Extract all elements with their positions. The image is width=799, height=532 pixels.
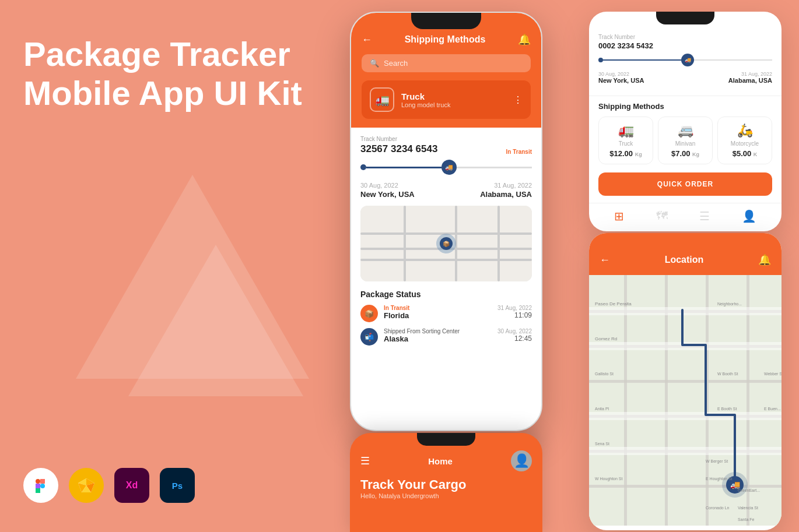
method-motorcycle[interactable]: 🛵 Motorcycle $5.00 K bbox=[717, 117, 772, 164]
svg-text:W Houghton St: W Houghton St bbox=[595, 477, 623, 481]
map-road-v3 bbox=[497, 206, 500, 281]
mini-route-from: 30 Aug, 2022 New York, USA bbox=[598, 71, 644, 84]
quick-order-button[interactable]: QUICK ORDER bbox=[598, 172, 772, 196]
timeline-truck-pos: 🚚 bbox=[441, 160, 457, 175]
mini-route-to: 31 Aug, 2022 Alabama, USA bbox=[728, 71, 772, 84]
mini-line-empty bbox=[694, 59, 772, 61]
more-icon[interactable]: ⋮ bbox=[513, 94, 523, 105]
bg-triangle-2 bbox=[128, 245, 303, 396]
xd-icon: Xd bbox=[114, 468, 149, 503]
timeline-line-empty bbox=[457, 167, 532, 168]
pkg-status-title: Package Status bbox=[360, 290, 532, 299]
search-icon: 🔍 bbox=[370, 59, 379, 68]
status-icon-shipped: 📬 bbox=[360, 328, 378, 346]
location-title: Location bbox=[665, 255, 704, 265]
user-avatar[interactable]: 👤 bbox=[511, 450, 532, 471]
nav-grid-icon[interactable]: ⊞ bbox=[614, 209, 624, 223]
bottom-nav: ⊞ 🗺 ☰ 👤 bbox=[589, 203, 782, 231]
tracking-number-value: 0002 3234 5432 bbox=[598, 41, 772, 50]
nav-user-icon[interactable]: 👤 bbox=[742, 209, 756, 223]
left-panel: Package Tracker Mobile App UI Kit bbox=[23, 35, 338, 124]
route-row: 30 Aug, 2022 New York, USA 31 Aug, 2022 … bbox=[360, 182, 532, 199]
truck-name: Truck bbox=[401, 91, 506, 101]
location-bell-icon[interactable]: 🔔 bbox=[758, 253, 771, 266]
svg-rect-1 bbox=[36, 484, 40, 488]
location-back-icon[interactable]: ← bbox=[600, 254, 610, 266]
center-screen-header: ← Shipping Methods 🔔 🔍 Search 🚛 Truck Lo… bbox=[351, 13, 541, 128]
truck-info: Truck Long model truck bbox=[401, 91, 506, 108]
center-screen-title: Shipping Methods bbox=[405, 34, 486, 45]
figma-svg bbox=[32, 477, 50, 494]
search-bar[interactable]: 🔍 Search bbox=[362, 54, 531, 72]
mini-date-to: 31 Aug, 2022 bbox=[728, 71, 772, 77]
location-map: 🚚 Paseo De Peralta Neighborho... Gomez R… bbox=[589, 275, 782, 526]
method-minivan[interactable]: 🚐 Minivan $7.00 Kg bbox=[658, 117, 713, 164]
svg-text:Sena St: Sena St bbox=[595, 442, 609, 446]
center-phone: ← Shipping Methods 🔔 🔍 Search 🚛 Truck Lo… bbox=[350, 12, 542, 431]
status-time-0: 11:09 bbox=[514, 311, 532, 320]
methods-grid: 🚛 Truck $12.00 Kg 🚐 Minivan $7.00 Kg 🛵 M… bbox=[589, 117, 782, 172]
svg-text:Webber St: Webber St bbox=[764, 372, 782, 376]
bottom-phone-notch bbox=[417, 433, 475, 446]
svg-text:Paseo De Peralta: Paseo De Peralta bbox=[595, 301, 632, 306]
timeline-line-filled bbox=[366, 167, 441, 168]
map-area: 📦 bbox=[360, 206, 532, 281]
status-info-1: Shipped From Sorting Center 30 Aug, 2022… bbox=[384, 328, 532, 343]
main-title: Package Tracker Mobile App UI Kit bbox=[23, 35, 338, 112]
svg-text:Gallisto St: Gallisto St bbox=[595, 372, 614, 376]
mini-truck-pos: 🚚 bbox=[681, 54, 694, 66]
status-label-shipped: Shipped From Sorting Center bbox=[384, 328, 460, 334]
truck-icon-box: 🚛 bbox=[370, 87, 394, 112]
mini-date-from: 30 Aug, 2022 bbox=[598, 71, 644, 77]
location-header: ← Location 🔔 bbox=[589, 233, 782, 275]
svg-text:Anita Pl: Anita Pl bbox=[595, 407, 609, 411]
svg-text:GreenEart...: GreenEart... bbox=[738, 488, 760, 492]
track-header-row: Track Number 32567 3234 6543 In Transit bbox=[360, 136, 532, 155]
nav-list-icon[interactable]: ☰ bbox=[699, 209, 710, 223]
home-sub: Hello, Natalya Undergrowth bbox=[360, 492, 532, 499]
nav-map-icon[interactable]: 🗺 bbox=[656, 209, 668, 223]
bell-icon[interactable]: 🔔 bbox=[518, 33, 531, 46]
right-top-notch bbox=[656, 12, 714, 24]
svg-rect-3 bbox=[40, 479, 45, 484]
mini-route: 30 Aug, 2022 New York, USA 31 Aug, 2022 … bbox=[598, 71, 772, 84]
svg-text:E Houghton St: E Houghton St bbox=[706, 477, 733, 481]
ps-icon: Ps bbox=[160, 468, 195, 503]
sketch-svg bbox=[77, 477, 96, 494]
hamburger-icon[interactable]: ☰ bbox=[360, 455, 370, 467]
status-date-0: 31 Aug, 2022 bbox=[497, 305, 532, 311]
track-label: Track Number bbox=[360, 136, 437, 142]
method-truck[interactable]: 🚛 Truck $12.00 Kg bbox=[598, 117, 653, 164]
method-minivan-price: $7.00 Kg bbox=[663, 149, 707, 158]
method-motorcycle-name: Motorcycle bbox=[723, 140, 767, 147]
svg-rect-25 bbox=[589, 447, 782, 455]
title-line1: Package Tracker bbox=[23, 35, 290, 73]
status-location-1: Alaska bbox=[384, 334, 408, 343]
status-item-0: 📦 In Transit 31 Aug, 2022 Florida 11:09 bbox=[360, 305, 532, 322]
center-phone-screen: ← Shipping Methods 🔔 🔍 Search 🚛 Truck Lo… bbox=[351, 13, 541, 430]
svg-text:E Booth St: E Booth St bbox=[717, 407, 737, 411]
mini-city-from: New York, USA bbox=[598, 77, 644, 84]
svg-point-4 bbox=[40, 484, 45, 488]
city-to: Alabama, USA bbox=[480, 190, 532, 199]
method-minivan-icon: 🚐 bbox=[663, 123, 707, 138]
back-icon[interactable]: ← bbox=[362, 34, 372, 46]
mini-line-filled bbox=[603, 59, 681, 61]
timeline-dot-start bbox=[360, 164, 366, 170]
svg-text:Gomez Rd: Gomez Rd bbox=[595, 336, 617, 341]
right-bottom-panel: ← Location 🔔 bbox=[589, 233, 782, 530]
home-title: Home bbox=[428, 456, 453, 466]
method-motorcycle-icon: 🛵 bbox=[723, 123, 767, 138]
in-transit-badge: In Transit bbox=[506, 149, 532, 155]
truck-card[interactable]: 🚛 Truck Long model truck ⋮ bbox=[362, 80, 531, 119]
status-item-1: 📬 Shipped From Sorting Center 30 Aug, 20… bbox=[360, 328, 532, 346]
mini-dot bbox=[598, 58, 603, 62]
svg-rect-0 bbox=[36, 479, 40, 484]
svg-rect-24 bbox=[589, 412, 782, 420]
track-block: Track Number 32567 3234 6543 bbox=[360, 136, 437, 155]
search-placeholder: Search bbox=[384, 59, 408, 68]
truck-sub: Long model truck bbox=[401, 101, 506, 108]
home-heading: Track Your Cargo bbox=[360, 477, 532, 492]
map-pin: 📦 bbox=[436, 234, 456, 253]
svg-rect-22 bbox=[589, 307, 782, 315]
